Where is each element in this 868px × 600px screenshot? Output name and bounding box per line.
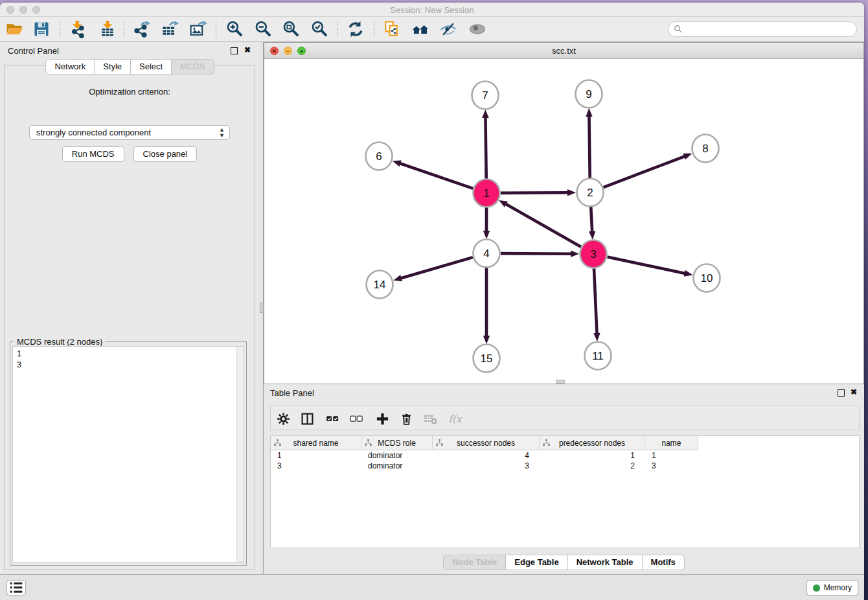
column-header-MCDS-role[interactable]: MCDS role [361,436,433,450]
tab-mcds[interactable]: MCDS [172,59,214,75]
table-cell[interactable]: dominator [361,450,433,461]
home-icon[interactable] [409,19,431,40]
table-cell[interactable]: 3 [645,461,698,471]
network-canvas[interactable]: 7968124314101511 [264,59,863,384]
graph-node-10[interactable]: 10 [694,264,720,292]
run-mcds-button[interactable]: Run MCDS [62,146,124,162]
edge-2-3[interactable] [591,207,592,233]
task-history-button[interactable] [6,580,26,595]
close-table-panel-icon[interactable]: ✖ [849,388,858,397]
edge-3-10[interactable] [608,257,686,274]
column-split-icon[interactable] [298,410,316,427]
table-cell[interactable]: 1 [540,450,645,461]
zoom-fit-icon[interactable] [280,19,302,40]
add-row-icon[interactable] [373,410,391,427]
list-icon [7,579,25,597]
tab-select[interactable]: Select [131,59,172,75]
edge-2-8[interactable] [604,156,686,187]
duplicate-view-icon[interactable] [381,19,403,40]
edge-arrowhead [482,110,488,118]
edge-1-6[interactable] [399,163,473,189]
open-session-icon[interactable] [3,19,25,40]
import-table-icon[interactable] [97,19,119,40]
trash-icon[interactable] [397,410,415,427]
graph-node-3[interactable]: 3 [580,240,607,268]
graph-node-9[interactable]: 9 [576,80,602,108]
graph-node-11[interactable]: 11 [585,342,611,370]
tab-node-table[interactable]: Node Table [443,555,506,570]
hide-eye-icon[interactable] [437,19,459,40]
mcds-result-title: MCDS result (2 nodes) [14,337,105,347]
graph-node-2[interactable]: 2 [577,179,604,207]
mcds-result-groupbox: MCDS result (2 nodes) 13 [10,341,247,566]
edge-arrowhead [586,108,592,117]
result-scrollbar[interactable] [236,347,244,562]
tab-network-table[interactable]: Network Table [568,555,643,570]
mcds-panel: Optimization criterion: strongly connect… [4,65,255,570]
select-checked-icon[interactable] [323,410,341,427]
graph-node-8[interactable]: 8 [692,135,719,163]
status-bar: Memory [0,574,864,600]
tab-edge-table[interactable]: Edge Table [506,555,567,570]
column-header-name[interactable]: name [645,436,698,450]
save-session-icon[interactable] [30,19,52,40]
zoom-in-icon[interactable] [223,19,246,40]
toolbar-separator [124,21,124,38]
search-field[interactable] [668,21,857,37]
function-icon: f(x) [446,410,464,427]
edge-3-1[interactable] [505,203,581,247]
table-cell[interactable]: 3 [271,461,361,471]
eye-icon[interactable] [466,19,488,40]
column-header-shared-name[interactable]: shared name [271,436,361,450]
table-cell[interactable]: 2 [540,461,645,471]
import-network-icon[interactable] [67,19,89,40]
edge-1-2[interactable] [501,192,569,193]
table-cell[interactable]: 3 [433,461,540,471]
memory-button[interactable]: Memory [806,580,858,595]
edge-2-9[interactable] [589,115,589,178]
node-label: 2 [587,187,593,199]
float-panel-icon[interactable] [231,47,238,54]
table-row[interactable]: 1dominator411 [271,450,859,461]
optimization-dropdown[interactable]: strongly connected component ▲▼ [29,125,230,140]
close-panel-button[interactable]: Close panel [133,146,198,162]
node-label: 8 [702,143,708,155]
tab-motifs[interactable]: Motifs [643,555,685,570]
gear-icon[interactable] [274,410,292,427]
refresh-icon[interactable] [345,19,367,40]
toolbar-separator [374,21,374,38]
select-unchecked-icon[interactable] [347,410,365,427]
float-table-panel-icon[interactable] [838,389,845,397]
graph-node-7[interactable]: 7 [472,82,499,110]
table-cell[interactable]: 1 [271,450,361,461]
edge-arrowhead [589,231,595,240]
graph-node-4[interactable]: 4 [474,240,500,268]
search-input[interactable] [685,25,856,34]
export-network-icon[interactable] [130,19,152,40]
tab-style[interactable]: Style [95,59,131,75]
delete-table-icon [421,410,439,427]
edge-1-7[interactable] [485,117,486,179]
table-cell[interactable]: dominator [361,461,433,471]
edge-4-3[interactable] [501,253,572,254]
table-cell[interactable]: 1 [645,450,698,461]
canvas-scrollbar-handle[interactable] [556,380,565,384]
column-header-successor-nodes[interactable]: successor nodes [433,436,540,450]
table-header-row: shared nameMCDS rolesuccessor nodesprede… [271,436,859,450]
close-panel-icon[interactable]: ✖ [243,46,252,55]
zoom-selected-icon[interactable] [308,19,330,40]
column-header-predecessor-nodes[interactable]: predecessor nodes [540,436,645,450]
export-image-icon[interactable] [187,19,209,40]
table-cell[interactable]: 4 [433,450,540,461]
graph-node-6[interactable]: 6 [366,143,393,170]
tab-network[interactable]: Network [45,59,95,75]
export-table-icon[interactable] [159,19,181,40]
graph-node-14[interactable]: 14 [367,271,393,299]
graph-node-1[interactable]: 1 [474,179,500,207]
zoom-out-icon[interactable] [252,19,274,40]
edge-4-14[interactable] [400,257,473,279]
table-row[interactable]: 3dominator323 [271,461,859,471]
graph-node-15[interactable]: 15 [474,345,500,373]
edge-3-11[interactable] [594,268,597,334]
mcds-result-textarea[interactable]: 13 [12,346,244,563]
